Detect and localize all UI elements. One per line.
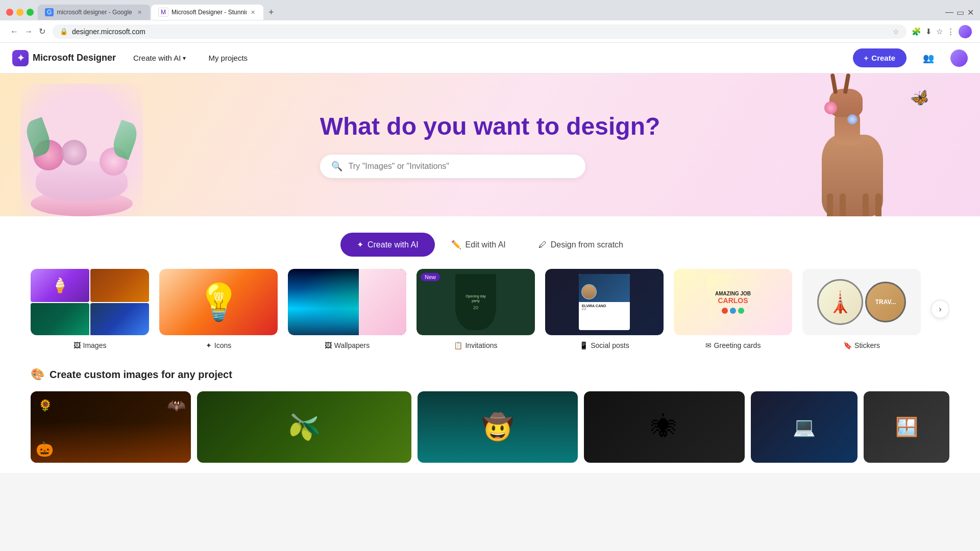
invitation-date: 20 xyxy=(473,305,478,310)
bookmark-btn[interactable]: ☆ xyxy=(936,27,943,36)
custom-img-cowgirl[interactable]: 🤠 xyxy=(418,391,578,463)
greeting-card-name: CARLOS xyxy=(718,296,748,305)
minimize-window-btn[interactable]: — xyxy=(945,8,953,17)
nav-projects-label: My projects xyxy=(208,54,248,62)
sticker-eiffel: 🗼 xyxy=(817,279,863,325)
custom-img-tech[interactable]: 💻 xyxy=(751,391,858,463)
window-maximize-btn[interactable] xyxy=(27,9,34,16)
category-greeting-cards[interactable]: AMAZING JOB CARLOS ✉ Greeting cards xyxy=(674,269,792,349)
address-bar: ← → ↻ 🔒 ☆ 🧩 ⬇ ☆ ⋮ xyxy=(0,20,980,43)
hero-search-input[interactable] xyxy=(349,162,574,171)
category-icons[interactable]: 💡 ✦ Icons xyxy=(159,269,278,349)
browser-tab-2[interactable]: M Microsoft Designer - Stunning ... ✕ xyxy=(151,5,263,20)
hero-decoration-left xyxy=(20,84,143,216)
download-btn[interactable]: ⬇ xyxy=(925,27,932,36)
custom-img-halloween[interactable]: 🦇 🎃 🌻 xyxy=(31,391,191,463)
star-icon[interactable]: ☆ xyxy=(893,28,899,36)
category-invitations-thumb: New Opening dayparty 20 xyxy=(416,269,535,335)
close-window-btn[interactable]: ✕ xyxy=(967,8,974,17)
hero-section: What do you want to design? 🔍 🦋 xyxy=(0,73,980,216)
design-scratch-label: Design from scratch xyxy=(551,240,623,249)
create-button[interactable]: + Create xyxy=(853,48,906,67)
img-blue xyxy=(90,303,149,335)
forward-button[interactable]: → xyxy=(22,24,35,38)
search-icon: 🔍 xyxy=(331,161,342,172)
share-button[interactable]: 👥 xyxy=(919,48,938,68)
edit-ai-icon: ✏️ xyxy=(451,240,461,249)
icons-icon: ✦ xyxy=(206,341,212,349)
create-ai-icon: ✦ xyxy=(357,240,363,249)
tab1-close-icon[interactable]: ✕ xyxy=(136,9,143,16)
settings-btn[interactable]: ⋮ xyxy=(947,27,954,36)
brand-name: Microsoft Designer xyxy=(33,53,116,63)
nav-my-projects[interactable]: My projects xyxy=(203,51,253,65)
tab-create-with-ai[interactable]: ✦ Create with AI xyxy=(340,233,435,257)
invitations-icon: 📋 xyxy=(454,341,462,349)
new-badge: New xyxy=(421,273,440,281)
images-icon: 🖼 xyxy=(74,341,81,349)
brand-logo: ✦ xyxy=(12,50,29,66)
custom-images-grid: 🦇 🎃 🌻 🫒 🤠 🕷 💻 🪟 xyxy=(31,391,949,463)
custom-img-window[interactable]: 🪟 xyxy=(864,391,949,463)
sticker-travel: TRAV... xyxy=(865,282,906,322)
lightbulb-icon: 💡 xyxy=(197,281,241,323)
category-invitations[interactable]: New Opening dayparty 20 📋 Invitations xyxy=(416,269,535,349)
social-card-sub: 0.0 xyxy=(582,308,627,311)
deer-image: 🦋 xyxy=(796,84,939,216)
window-minimize-btn[interactable] xyxy=(16,9,23,16)
custom-images-section: 🎨 Create custom images for any project 🦇… xyxy=(31,358,949,473)
custom-img-spider[interactable]: 🕷 xyxy=(584,391,744,463)
tab1-favicon: G xyxy=(45,8,54,16)
design-scratch-icon: 🖊 xyxy=(538,240,547,249)
window-controls xyxy=(6,9,34,16)
address-input-wrap[interactable]: 🔒 ☆ xyxy=(53,24,906,39)
category-images[interactable]: 🍦 🖼 Images xyxy=(31,269,149,349)
tab-bar: G microsoft designer - Google Se... ✕ M … xyxy=(38,5,941,20)
extensions-btn[interactable]: 🧩 xyxy=(912,27,921,36)
section-icon: 🎨 xyxy=(31,368,44,381)
category-wallpapers[interactable]: 🖼 Wallpapers xyxy=(288,269,406,349)
section-title: Create custom images for any project xyxy=(50,369,232,381)
greeting-cards-icon: ✉ xyxy=(705,341,712,349)
category-social-posts[interactable]: ELVIRA CANO 0.0 📱 Social posts xyxy=(545,269,664,349)
tab-design-from-scratch[interactable]: 🖊 Design from scratch xyxy=(522,233,640,257)
browser-toolbar: 🧩 ⬇ ☆ ⋮ xyxy=(912,25,972,38)
lock-icon: 🔒 xyxy=(60,28,68,35)
category-next-button[interactable]: › xyxy=(931,300,949,318)
category-wallpapers-label: 🖼 Wallpapers xyxy=(325,341,370,349)
browser-actions: — ▭ ✕ xyxy=(945,8,974,17)
hero-search-bar[interactable]: 🔍 xyxy=(320,155,585,178)
back-button[interactable]: ← xyxy=(8,24,20,38)
category-icons-label: ✦ Icons xyxy=(206,341,231,349)
custom-img-olives[interactable]: 🫒 xyxy=(197,391,411,463)
refresh-button[interactable]: ↻ xyxy=(37,24,47,38)
main-content: ✦ Create with AI ✏️ Edit with AI 🖊 Desig… xyxy=(0,216,980,473)
create-ai-label: Create with AI xyxy=(368,240,419,249)
tab2-close-icon[interactable]: ✕ xyxy=(250,9,256,16)
greeting-card-circles xyxy=(722,308,744,314)
window-close-btn[interactable] xyxy=(6,9,13,16)
category-stickers-label: 🔖 Stickers xyxy=(843,341,880,349)
tab2-favicon: M xyxy=(158,8,168,17)
new-tab-button[interactable]: + xyxy=(264,5,278,20)
category-images-thumb: 🍦 xyxy=(31,269,149,335)
address-input[interactable] xyxy=(72,28,889,36)
tab-edit-with-ai[interactable]: ✏️ Edit with AI xyxy=(435,233,522,257)
category-images-label: 🖼 Images xyxy=(74,341,107,349)
share-icon: 👥 xyxy=(923,53,934,63)
social-posts-icon: 📱 xyxy=(579,341,588,349)
category-stickers-thumb: 🗼 TRAV... xyxy=(802,269,921,335)
tab2-title: Microsoft Designer - Stunning ... xyxy=(172,9,247,16)
browser-tab-1[interactable]: G microsoft designer - Google Se... ✕ xyxy=(38,5,150,20)
stickers-icon: 🔖 xyxy=(843,341,852,349)
brand[interactable]: ✦ Microsoft Designer xyxy=(12,50,116,66)
tab1-title: microsoft designer - Google Se... xyxy=(57,9,133,16)
profile-avatar[interactable] xyxy=(959,25,972,38)
nav-create-ai[interactable]: Create with AI ▾ xyxy=(128,51,191,65)
category-stickers[interactable]: 🗼 TRAV... 🔖 Stickers xyxy=(802,269,921,349)
category-wallpapers-thumb xyxy=(288,269,406,335)
hero-content: What do you want to design? 🔍 xyxy=(320,112,660,178)
user-avatar-btn[interactable] xyxy=(950,49,968,67)
flower-cake-image xyxy=(26,94,138,216)
restore-window-btn[interactable]: ▭ xyxy=(957,8,964,17)
